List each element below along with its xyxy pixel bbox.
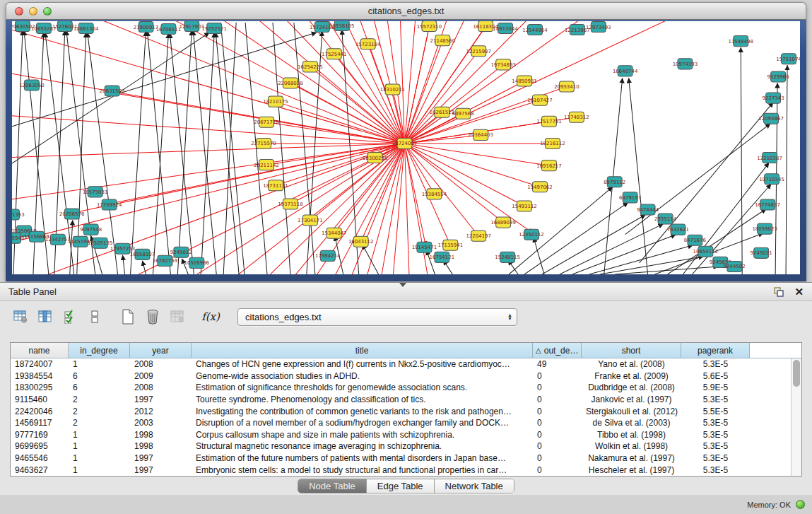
column-header-out_de[interactable]: △out_de… <box>533 343 582 358</box>
network-nodes[interactable]: 1872400715723184175254411625422522068038… <box>12 21 800 271</box>
close-window-button[interactable] <box>15 7 23 16</box>
network-node[interactable]: 20206576 <box>59 209 85 219</box>
deselect-all-rows-button[interactable] <box>86 308 104 326</box>
network-node[interactable]: 18724007 <box>392 138 417 148</box>
table-row[interactable]: 946362711997Embryonic stem cells: a mode… <box>11 464 801 476</box>
network-node[interactable]: 15497062 <box>527 182 552 192</box>
network-node[interactable]: 19373118 <box>278 199 302 209</box>
network-node[interactable]: 17359924 <box>97 199 122 210</box>
network-node[interactable]: 18575031 <box>83 187 107 197</box>
network-node[interactable]: 15344047 <box>322 228 346 238</box>
splitter-handle-icon[interactable] <box>399 283 406 287</box>
network-node[interactable]: 15723184 <box>355 39 381 49</box>
create-column-button[interactable] <box>119 308 137 326</box>
network-node[interactable]: 17525441 <box>322 49 346 59</box>
network-node[interactable]: 18300295 <box>363 153 387 163</box>
network-node[interactable]: 21900917 <box>134 22 158 33</box>
network-node[interactable]: 8471676 <box>684 235 707 245</box>
network-node[interactable]: 12215987 <box>466 46 490 57</box>
network-node[interactable]: 20953410 <box>554 81 579 92</box>
zoom-window-button[interactable] <box>43 7 52 16</box>
network-node[interactable]: 9227343 <box>763 93 784 103</box>
network-node[interactable]: 18210175 <box>263 96 288 107</box>
network-node[interactable]: 17135941 <box>438 240 463 250</box>
network-node[interactable]: 9245012 <box>170 247 192 257</box>
network-node[interactable]: 15572310 <box>417 21 442 32</box>
network-node[interactable]: 16254225 <box>298 62 322 72</box>
network-node[interactable]: 12917903 <box>180 21 204 32</box>
function-builder-button[interactable]: f(x) <box>201 308 220 326</box>
network-node[interactable]: 19145471 <box>412 242 437 252</box>
column-header-pagerank[interactable]: pagerank <box>681 343 750 358</box>
network-node[interactable]: 19734893 <box>490 59 515 70</box>
network-node[interactable]: 13505135 <box>88 238 112 248</box>
network-node[interactable]: 12450112 <box>519 229 543 240</box>
network-node[interactable]: 18059023 <box>752 223 777 234</box>
network-table-select[interactable]: citations_edges.txt ▲▼ <box>237 308 517 326</box>
network-node[interactable]: 14850931 <box>512 76 536 86</box>
delete-columns-button[interactable] <box>143 308 162 326</box>
table-row[interactable]: 2242004622012Investigating the contribut… <box>11 405 801 417</box>
table-row[interactable]: 1456911722003Disruption of a novel membe… <box>11 417 801 429</box>
network-window-titlebar[interactable]: citations_edges.txt <box>6 2 806 20</box>
tab-network-table[interactable]: Network Table <box>435 479 514 493</box>
network-node[interactable]: 9245021 <box>751 247 772 258</box>
network-node[interactable]: 18861304 <box>73 23 99 34</box>
network-node[interactable]: 16107427 <box>527 95 552 105</box>
column-header-short[interactable]: short <box>582 343 681 358</box>
network-node[interactable]: 16706511 <box>156 24 181 35</box>
memory-status-indicator[interactable] <box>796 500 805 509</box>
network-node[interactable]: 17304171 <box>298 215 322 226</box>
network-node[interactable]: 9097548 <box>80 224 102 235</box>
network-node[interactable]: 18310211 <box>380 84 405 95</box>
network-node[interactable]: 12342757 <box>45 234 70 245</box>
network-node[interactable]: 22715570 <box>251 138 276 148</box>
column-header-name[interactable]: name <box>11 343 69 358</box>
network-node[interactable]: 20671718 <box>254 117 278 127</box>
column-header-title[interactable]: title <box>192 343 533 358</box>
network-node[interactable]: 17594214 <box>315 250 341 261</box>
show-columns-button[interactable] <box>36 308 54 326</box>
network-node[interactable]: 16782759 <box>153 255 177 266</box>
network-node[interactable]: 12210387 <box>757 153 782 163</box>
network-node[interactable]: 16889039 <box>490 217 515 228</box>
vertical-scrollbar[interactable] <box>791 358 801 476</box>
table-row[interactable]: 946554611997Estimation of the future num… <box>11 452 801 465</box>
network-node[interactable]: 15751074 <box>776 54 800 64</box>
column-header-in_degree[interactable]: in_degree <box>69 343 130 358</box>
network-node[interactable]: 12204197 <box>466 230 490 241</box>
minimize-window-button[interactable] <box>29 7 37 16</box>
table-row[interactable]: 1830029562008Estimation of significance … <box>11 382 801 394</box>
network-node[interactable]: 16916217 <box>536 160 561 171</box>
network-node[interactable]: 15493112 <box>512 201 536 211</box>
network-node[interactable]: 16648744 <box>613 66 638 76</box>
column-header-year[interactable]: year <box>130 343 192 358</box>
network-node[interactable]: 18216112 <box>540 138 565 148</box>
network-node[interactable]: 3915948 <box>12 233 25 243</box>
table-row[interactable]: 1872400712008Changes of HCN gene express… <box>11 358 801 370</box>
scrollbar-thumb[interactable] <box>793 360 800 387</box>
network-node[interactable]: 16261519 <box>430 107 454 117</box>
network-node[interactable]: 8979112 <box>604 177 625 187</box>
network-node[interactable]: 16958107 <box>130 249 155 259</box>
network-node[interactable]: 11748312 <box>564 112 589 122</box>
network-node[interactable]: 12063050 <box>19 80 44 90</box>
network-node[interactable]: 9474444 <box>637 204 659 215</box>
network-node[interactable]: 19252521 <box>201 23 226 34</box>
network-node[interactable]: 21148560 <box>430 35 455 46</box>
float-panel-icon[interactable] <box>773 286 784 298</box>
delete-table-button[interactable] <box>168 308 187 326</box>
change-table-mode-button[interactable] <box>11 308 30 326</box>
network-node[interactable]: 7632621 <box>667 224 689 235</box>
network-node[interactable]: 10710345 <box>759 174 784 185</box>
network-node[interactable]: 15248115 <box>495 252 519 262</box>
network-node[interactable]: 18613044 <box>493 23 518 34</box>
network-node[interactable]: 19384554 <box>422 189 447 199</box>
select-all-rows-button[interactable] <box>61 308 79 326</box>
table-row[interactable]: 977716911998Corpus callosum shape and si… <box>11 429 801 441</box>
table-row[interactable]: 1938455462009Genome-wide association stu… <box>11 370 801 382</box>
close-panel-icon[interactable]: ✕ <box>794 286 804 297</box>
network-canvas[interactable]: 1872400715723184175254411625422522068038… <box>12 21 800 274</box>
network-node[interactable]: 11548498 <box>728 36 753 47</box>
network-node[interactable]: 16754121 <box>430 252 454 262</box>
